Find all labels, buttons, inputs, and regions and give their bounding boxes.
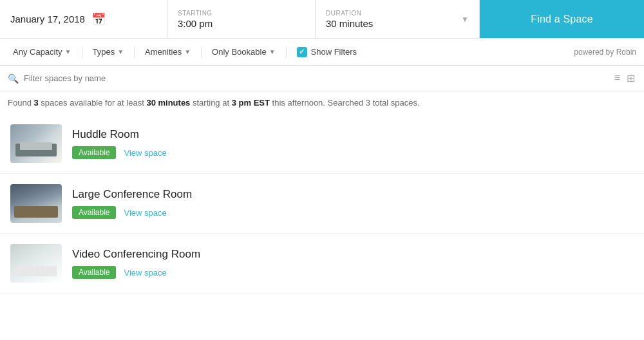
space-item: Huddle Room Available View space (0, 114, 644, 174)
capacity-label: Any Capacity (13, 47, 62, 57)
powered-by: powered by Robin (574, 48, 636, 57)
duration-label: DURATION (326, 10, 469, 17)
space-details: Large Conference Room Available View spa… (72, 188, 634, 219)
show-filters-label: Show Filters (311, 47, 357, 57)
space-actions: Available View space (72, 206, 634, 219)
bookable-filter[interactable]: Only Bookable ▼ (207, 44, 280, 59)
results-duration: 30 minutes (146, 98, 190, 108)
view-space-link[interactable]: View space (124, 148, 166, 158)
space-item: Video Conferencing Room Available View s… (0, 234, 644, 294)
show-filters-checkbox[interactable] (297, 47, 307, 57)
space-item: Large Conference Room Available View spa… (0, 174, 644, 234)
results-found-text: Found (8, 98, 32, 108)
search-bar: 🔍 ≡ ⊞ (0, 66, 644, 91)
space-name: Huddle Room (72, 128, 634, 141)
space-image (10, 124, 62, 163)
date-section: January 17, 2018 📅 (0, 0, 167, 38)
starting-label: STARTING (178, 10, 305, 17)
capacity-filter[interactable]: Any Capacity ▼ (8, 44, 77, 59)
starting-section: STARTING 3:00 pm (167, 0, 316, 38)
header-bar: January 17, 2018 📅 STARTING 3:00 pm DURA… (0, 0, 644, 39)
results-time: 3 pm EST (232, 98, 270, 108)
filter-divider-1 (82, 46, 82, 58)
amenities-chevron-icon: ▼ (184, 48, 191, 55)
view-icons: ≡ ⊞ (613, 71, 636, 86)
space-details: Video Conferencing Room Available View s… (72, 248, 634, 279)
available-badge: Available (72, 266, 116, 279)
filter-bar: Any Capacity ▼ Types ▼ Amenities ▼ Only … (0, 39, 644, 66)
search-icon: 🔍 (8, 73, 19, 84)
bookable-chevron-icon: ▼ (269, 48, 276, 55)
space-name: Large Conference Room (72, 188, 634, 201)
results-info: Found 3 spaces available for at least 30… (0, 91, 644, 114)
search-input[interactable] (24, 73, 608, 83)
space-name: Video Conferencing Room (72, 248, 634, 261)
list-view-icon[interactable]: ≡ (613, 71, 621, 86)
available-badge: Available (72, 206, 116, 219)
starting-value: 3:00 pm (178, 18, 305, 29)
date-display: January 17, 2018 (10, 14, 85, 24)
filter-divider-3 (201, 46, 202, 58)
types-chevron-icon: ▼ (117, 48, 124, 55)
results-description: spaces available for at least (41, 98, 144, 108)
duration-value: 30 minutes (326, 18, 469, 29)
available-badge: Available (72, 146, 116, 159)
grid-view-icon[interactable]: ⊞ (625, 71, 636, 86)
space-actions: Available View space (72, 266, 634, 279)
types-filter[interactable]: Types ▼ (88, 44, 129, 59)
results-count: 3 (34, 98, 39, 108)
amenities-filter[interactable]: Amenities ▼ (140, 44, 196, 59)
filter-divider-4 (286, 46, 287, 58)
chevron-down-icon: ▼ (461, 15, 469, 24)
space-image (10, 244, 62, 283)
show-filters-section: Show Filters (297, 47, 357, 57)
view-space-link[interactable]: View space (124, 208, 166, 218)
find-space-button[interactable]: Find a Space (480, 0, 644, 38)
view-space-link[interactable]: View space (124, 268, 166, 278)
bookable-label: Only Bookable (212, 47, 267, 57)
results-starting: starting at (193, 98, 229, 108)
results-suffix: this afternoon. Searched 3 total spaces. (272, 98, 420, 108)
amenities-label: Amenities (145, 47, 182, 57)
capacity-chevron-icon: ▼ (65, 48, 71, 55)
duration-section[interactable]: DURATION 30 minutes ▼ (316, 0, 480, 38)
calendar-icon[interactable]: 📅 (91, 12, 106, 26)
types-label: Types (93, 47, 115, 57)
space-list: Huddle Room Available View space Large C… (0, 114, 644, 304)
filter-divider-2 (134, 46, 135, 58)
space-details: Huddle Room Available View space (72, 128, 634, 159)
space-actions: Available View space (72, 146, 634, 159)
space-image (10, 184, 62, 223)
